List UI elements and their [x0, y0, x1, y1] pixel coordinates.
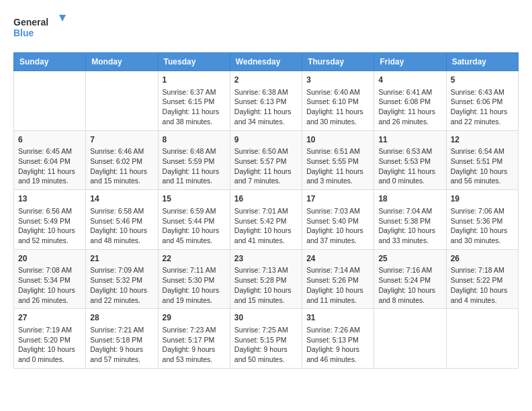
- calendar-cell: [374, 309, 446, 369]
- day-info: Sunrise: 7:23 AM Sunset: 5:17 PM Dayligh…: [163, 325, 226, 365]
- calendar-cell: 15Sunrise: 6:59 AM Sunset: 5:44 PM Dayli…: [158, 190, 230, 250]
- calendar-cell: 10Sunrise: 6:51 AM Sunset: 5:55 PM Dayli…: [302, 130, 374, 190]
- weekday-header-friday: Friday: [374, 53, 446, 71]
- calendar-week-2: 6Sunrise: 6:45 AM Sunset: 6:04 PM Daylig…: [14, 130, 519, 190]
- day-info: Sunrise: 6:59 AM Sunset: 5:44 PM Dayligh…: [163, 206, 226, 246]
- calendar-cell: 28Sunrise: 7:21 AM Sunset: 5:18 PM Dayli…: [86, 309, 158, 369]
- day-number: 18: [378, 193, 441, 205]
- calendar-cell: 25Sunrise: 7:16 AM Sunset: 5:24 PM Dayli…: [374, 249, 446, 309]
- weekday-header-tuesday: Tuesday: [158, 53, 230, 71]
- calendar-cell: 9Sunrise: 6:50 AM Sunset: 5:57 PM Daylig…: [230, 130, 302, 190]
- page-header: General Blue: [13, 13, 519, 42]
- calendar-cell: 6Sunrise: 6:45 AM Sunset: 6:04 PM Daylig…: [14, 130, 86, 190]
- day-info: Sunrise: 7:01 AM Sunset: 5:42 PM Dayligh…: [234, 206, 298, 246]
- day-number: 17: [306, 193, 369, 205]
- day-number: 21: [90, 253, 153, 265]
- day-info: Sunrise: 6:56 AM Sunset: 5:49 PM Dayligh…: [18, 206, 81, 246]
- day-info: Sunrise: 7:18 AM Sunset: 5:22 PM Dayligh…: [451, 265, 514, 305]
- day-number: 13: [18, 193, 81, 205]
- day-number: 11: [378, 134, 441, 146]
- svg-text:Blue: Blue: [13, 28, 34, 38]
- day-number: 3: [306, 75, 369, 86]
- calendar-cell: 22Sunrise: 7:11 AM Sunset: 5:30 PM Dayli…: [158, 249, 230, 309]
- calendar-cell: 2Sunrise: 6:38 AM Sunset: 6:13 PM Daylig…: [230, 71, 302, 131]
- day-number: 30: [234, 312, 298, 324]
- day-number: 16: [234, 193, 298, 205]
- day-info: Sunrise: 7:26 AM Sunset: 5:13 PM Dayligh…: [306, 325, 369, 365]
- day-info: Sunrise: 7:16 AM Sunset: 5:24 PM Dayligh…: [378, 265, 441, 305]
- day-number: 20: [18, 253, 81, 265]
- day-number: 9: [234, 134, 298, 146]
- day-info: Sunrise: 6:50 AM Sunset: 5:57 PM Dayligh…: [234, 146, 298, 186]
- day-info: Sunrise: 7:08 AM Sunset: 5:34 PM Dayligh…: [18, 265, 81, 305]
- calendar-week-3: 13Sunrise: 6:56 AM Sunset: 5:49 PM Dayli…: [14, 190, 519, 250]
- day-info: Sunrise: 7:06 AM Sunset: 5:36 PM Dayligh…: [451, 206, 514, 246]
- calendar-cell: 18Sunrise: 7:04 AM Sunset: 5:38 PM Dayli…: [374, 190, 446, 250]
- day-info: Sunrise: 7:21 AM Sunset: 5:18 PM Dayligh…: [90, 325, 153, 365]
- day-info: Sunrise: 7:13 AM Sunset: 5:28 PM Dayligh…: [234, 265, 298, 305]
- day-number: 24: [306, 253, 369, 265]
- calendar-cell: 12Sunrise: 6:54 AM Sunset: 5:51 PM Dayli…: [446, 130, 518, 190]
- weekday-header-sunday: Sunday: [14, 53, 86, 71]
- day-number: 1: [163, 75, 226, 86]
- calendar-cell: 29Sunrise: 7:23 AM Sunset: 5:17 PM Dayli…: [158, 309, 230, 369]
- calendar-cell: 5Sunrise: 6:43 AM Sunset: 6:06 PM Daylig…: [446, 71, 518, 131]
- calendar-cell: 8Sunrise: 6:48 AM Sunset: 5:59 PM Daylig…: [158, 130, 230, 190]
- calendar-cell: [86, 71, 158, 131]
- day-info: Sunrise: 7:09 AM Sunset: 5:32 PM Dayligh…: [90, 265, 153, 305]
- day-info: Sunrise: 7:04 AM Sunset: 5:38 PM Dayligh…: [378, 206, 441, 246]
- calendar-cell: 11Sunrise: 6:53 AM Sunset: 5:53 PM Dayli…: [374, 130, 446, 190]
- day-number: 31: [306, 312, 369, 324]
- day-number: 19: [451, 193, 514, 205]
- day-number: 28: [90, 312, 153, 324]
- calendar-cell: 21Sunrise: 7:09 AM Sunset: 5:32 PM Dayli…: [86, 249, 158, 309]
- day-info: Sunrise: 6:51 AM Sunset: 5:55 PM Dayligh…: [306, 146, 369, 186]
- day-info: Sunrise: 6:58 AM Sunset: 5:46 PM Dayligh…: [90, 206, 153, 246]
- logo-svg: General Blue: [13, 13, 67, 42]
- day-info: Sunrise: 7:25 AM Sunset: 5:15 PM Dayligh…: [234, 325, 298, 365]
- day-info: Sunrise: 7:03 AM Sunset: 5:40 PM Dayligh…: [306, 206, 369, 246]
- day-number: 10: [306, 134, 369, 146]
- calendar-cell: 24Sunrise: 7:14 AM Sunset: 5:26 PM Dayli…: [302, 249, 374, 309]
- calendar-cell: 7Sunrise: 6:46 AM Sunset: 6:02 PM Daylig…: [86, 130, 158, 190]
- calendar-cell: [14, 71, 86, 131]
- calendar-week-4: 20Sunrise: 7:08 AM Sunset: 5:34 PM Dayli…: [14, 249, 519, 309]
- calendar-week-5: 27Sunrise: 7:19 AM Sunset: 5:20 PM Dayli…: [14, 309, 519, 369]
- calendar-cell: 16Sunrise: 7:01 AM Sunset: 5:42 PM Dayli…: [230, 190, 302, 250]
- day-info: Sunrise: 6:38 AM Sunset: 6:13 PM Dayligh…: [234, 87, 298, 127]
- calendar-cell: 27Sunrise: 7:19 AM Sunset: 5:20 PM Dayli…: [14, 309, 86, 369]
- svg-text:General: General: [13, 17, 48, 28]
- weekday-header-saturday: Saturday: [446, 53, 518, 71]
- svg-marker-2: [59, 15, 66, 21]
- calendar-cell: 4Sunrise: 6:41 AM Sunset: 6:08 PM Daylig…: [374, 71, 446, 131]
- day-number: 6: [18, 134, 81, 146]
- weekday-header-thursday: Thursday: [302, 53, 374, 71]
- day-number: 4: [378, 75, 441, 86]
- day-info: Sunrise: 6:43 AM Sunset: 6:06 PM Dayligh…: [451, 87, 514, 127]
- day-info: Sunrise: 7:11 AM Sunset: 5:30 PM Dayligh…: [163, 265, 226, 305]
- day-number: 27: [18, 312, 81, 324]
- day-info: Sunrise: 7:19 AM Sunset: 5:20 PM Dayligh…: [18, 325, 81, 365]
- day-number: 23: [234, 253, 298, 265]
- calendar-cell: 23Sunrise: 7:13 AM Sunset: 5:28 PM Dayli…: [230, 249, 302, 309]
- calendar-cell: 13Sunrise: 6:56 AM Sunset: 5:49 PM Dayli…: [14, 190, 86, 250]
- calendar-cell: 14Sunrise: 6:58 AM Sunset: 5:46 PM Dayli…: [86, 190, 158, 250]
- day-number: 5: [451, 75, 514, 86]
- day-number: 2: [234, 75, 298, 86]
- calendar-cell: 31Sunrise: 7:26 AM Sunset: 5:13 PM Dayli…: [302, 309, 374, 369]
- weekday-header-monday: Monday: [86, 53, 158, 71]
- day-info: Sunrise: 7:14 AM Sunset: 5:26 PM Dayligh…: [306, 265, 369, 305]
- calendar-cell: 30Sunrise: 7:25 AM Sunset: 5:15 PM Dayli…: [230, 309, 302, 369]
- day-info: Sunrise: 6:48 AM Sunset: 5:59 PM Dayligh…: [163, 146, 226, 186]
- weekday-header-row: SundayMondayTuesdayWednesdayThursdayFrid…: [14, 53, 519, 71]
- calendar-cell: 20Sunrise: 7:08 AM Sunset: 5:34 PM Dayli…: [14, 249, 86, 309]
- day-info: Sunrise: 6:37 AM Sunset: 6:15 PM Dayligh…: [163, 87, 226, 127]
- day-number: 29: [163, 312, 226, 324]
- logo: General Blue: [13, 13, 67, 42]
- day-number: 8: [163, 134, 226, 146]
- calendar-body: 1Sunrise: 6:37 AM Sunset: 6:15 PM Daylig…: [14, 71, 519, 369]
- calendar-cell: 26Sunrise: 7:18 AM Sunset: 5:22 PM Dayli…: [446, 249, 518, 309]
- calendar-week-1: 1Sunrise: 6:37 AM Sunset: 6:15 PM Daylig…: [14, 71, 519, 131]
- day-number: 22: [163, 253, 226, 265]
- day-info: Sunrise: 6:41 AM Sunset: 6:08 PM Dayligh…: [378, 87, 441, 127]
